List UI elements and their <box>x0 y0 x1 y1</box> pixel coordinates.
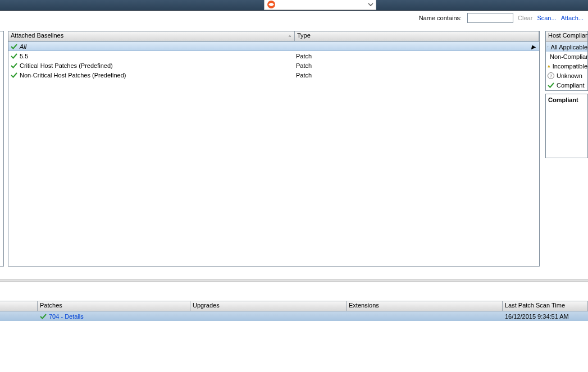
check-icon <box>548 82 554 89</box>
compliance-status-label: Compliant <box>548 97 578 103</box>
filter-toolbar: Name contains: Clear Scan... Attach... <box>0 11 588 25</box>
sort-ascending-icon: ▵ <box>289 33 291 38</box>
baseline-type: Patch <box>295 72 539 79</box>
baseline-all-label: All <box>20 43 26 50</box>
column-label: Extensions <box>349 302 379 309</box>
hosts-table-header: Patches Upgrades Extensions Last Patch S… <box>0 301 588 311</box>
column-header-baselines[interactable]: Attached Baselines ▵ <box>8 31 295 41</box>
column-header-last-scan[interactable]: Last Patch Scan Time <box>503 301 588 311</box>
compliance-item-label: All Applicable <box>551 44 587 50</box>
name-contains-label: Name contains: <box>419 15 462 21</box>
dropdown-icon[interactable] <box>368 2 373 7</box>
svg-rect-2 <box>548 47 548 47</box>
swirl-icon <box>267 0 276 9</box>
baseline-type: Patch <box>295 62 539 69</box>
compliance-item-noncompliant[interactable]: Non-Compliant <box>546 52 587 61</box>
column-label: Last Patch Scan Time <box>505 302 565 309</box>
compliance-item-all[interactable]: All Applicable <box>546 42 587 52</box>
window-titlebar <box>0 0 588 11</box>
baseline-row-all[interactable]: All ▶ <box>8 42 539 51</box>
host-compliance-panel: Host Compliance All Applicable Non-Compl… <box>545 31 588 91</box>
stack-icon <box>548 44 549 50</box>
compliance-item-label: Compliant <box>557 82 585 89</box>
column-label: Upgrades <box>193 302 220 309</box>
baselines-panel: Attached Baselines ▵ Type All ▶ 5.5 <box>8 31 540 267</box>
left-panel-collapsed[interactable] <box>0 31 4 267</box>
column-label: Patches <box>40 302 62 309</box>
check-icon <box>11 72 17 79</box>
baseline-name: 5.5 <box>20 53 28 59</box>
baseline-type: Patch <box>295 53 539 59</box>
column-header-extensions[interactable]: Extensions <box>347 301 503 311</box>
warning-icon <box>548 63 550 70</box>
svg-rect-4 <box>549 66 549 66</box>
compliance-item-label: Non-Compliant <box>550 53 587 60</box>
svg-text:?: ? <box>550 74 553 79</box>
check-icon <box>11 62 17 69</box>
attach-link[interactable]: Attach... <box>561 15 584 21</box>
baseline-name: Non-Critical Host Patches (Predefined) <box>20 72 126 79</box>
baseline-row[interactable]: Non-Critical Host Patches (Predefined) P… <box>8 70 539 80</box>
clear-link[interactable]: Clear <box>518 15 532 21</box>
patches-details-link[interactable]: 704 - Details <box>49 313 84 320</box>
question-icon: ? <box>548 72 554 79</box>
column-header-type-label: Type <box>297 32 311 39</box>
column-header-baselines-label: Attached Baselines <box>11 32 63 39</box>
compliance-item-compliant[interactable]: Compliant <box>546 80 587 90</box>
last-scan-cell: 16/12/2015 9:34:51 AM <box>503 313 588 320</box>
name-contains-input[interactable] <box>467 13 513 23</box>
baseline-row[interactable]: 5.5 Patch <box>8 51 539 61</box>
column-header-type[interactable]: Type <box>295 31 539 41</box>
baseline-name: Critical Host Patches (Predefined) <box>20 62 113 69</box>
column-header-patches[interactable]: Patches <box>38 301 190 311</box>
arrow-right-icon: ▶ <box>531 44 536 50</box>
baseline-row[interactable]: Critical Host Patches (Predefined) Patch <box>8 61 539 70</box>
baselines-grid-body: All ▶ 5.5 Patch Critical Host Patches (P… <box>8 42 539 267</box>
check-icon <box>11 53 17 59</box>
hosts-table-row[interactable]: 704 - Details 16/12/2015 9:34:51 AM <box>0 311 588 321</box>
baselines-grid-header: Attached Baselines ▵ Type <box>8 31 539 42</box>
search-box-frame <box>264 0 376 10</box>
splitter-bar[interactable] <box>0 279 588 282</box>
compliance-item-incompatible[interactable]: Incompatible <box>546 61 587 71</box>
column-header-upgrades[interactable]: Upgrades <box>190 301 347 311</box>
check-icon <box>40 313 47 320</box>
compliance-item-label: Unknown <box>557 72 582 79</box>
column-header-empty[interactable] <box>0 301 38 311</box>
compliance-header[interactable]: Host Compliance <box>546 31 587 42</box>
compliance-status-summary: Compliant <box>545 94 588 158</box>
compliance-item-label: Incompatible <box>553 63 587 70</box>
compliance-item-unknown[interactable]: ? Unknown <box>546 71 587 80</box>
check-icon <box>11 43 17 50</box>
svg-rect-5 <box>549 66 549 67</box>
hosts-summary-table: Patches Upgrades Extensions Last Patch S… <box>0 301 588 321</box>
main-area: Attached Baselines ▵ Type All ▶ 5.5 <box>0 25 588 269</box>
scan-link[interactable]: Scan... <box>537 15 556 21</box>
